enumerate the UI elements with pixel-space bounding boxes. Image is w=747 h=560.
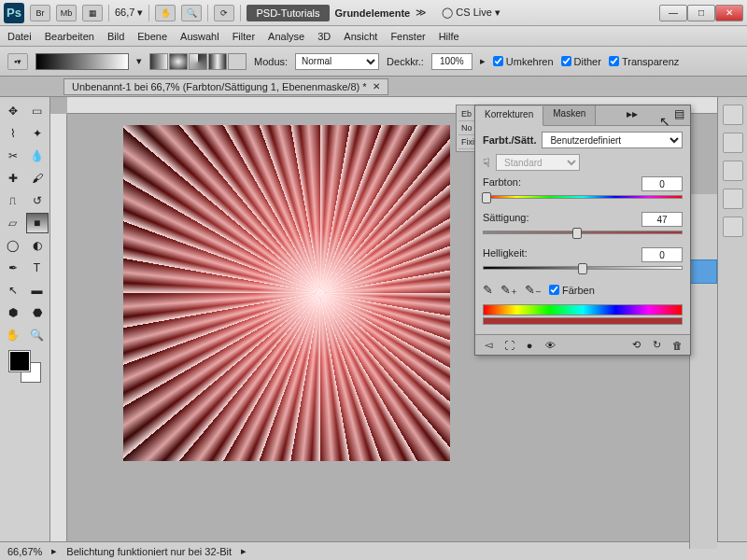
tab-masken[interactable]: Masken	[543, 105, 596, 125]
deckkr-input[interactable]	[431, 53, 472, 70]
arrange-button[interactable]: ▦	[82, 5, 103, 21]
close-document-icon[interactable]: ✕	[373, 81, 380, 91]
brush-tool[interactable]: 🖌	[26, 168, 49, 189]
hand-tool[interactable]: ✋	[2, 325, 24, 345]
eyedropper-subtract-icon[interactable]: ✎₋	[525, 283, 542, 297]
eyedropper-add-icon[interactable]: ✎₊	[500, 283, 517, 297]
ruler-vertical[interactable]	[50, 114, 67, 541]
menu-hilfe[interactable]: Hilfe	[439, 31, 459, 42]
photoshop-logo: Ps	[4, 3, 24, 23]
workspace-grundelemente[interactable]: Grundelemente	[335, 7, 411, 19]
range-select[interactable]: Standard	[496, 154, 580, 171]
foreground-color-swatch[interactable]	[9, 351, 30, 371]
type-tool[interactable]: T	[26, 258, 49, 278]
gradient-tool[interactable]: ■	[26, 213, 49, 233]
reset-icon[interactable]: ↻	[649, 339, 664, 352]
selected-layer-indicator[interactable]	[690, 259, 717, 284]
pen-tool[interactable]: ✒	[2, 258, 24, 278]
hand-button[interactable]: ✋	[155, 5, 176, 21]
delete-icon[interactable]: 🗑	[669, 339, 684, 352]
menu-ebene[interactable]: Ebene	[137, 31, 167, 42]
panel-expand-icon[interactable]: ▸▸	[621, 105, 643, 125]
clip-icon[interactable]: ●	[522, 339, 537, 352]
dock-layers-icon[interactable]	[723, 105, 743, 125]
color-swatches[interactable]	[9, 351, 41, 383]
zoom-tool[interactable]: 🔍	[26, 325, 49, 345]
rotate-button[interactable]: ⟳	[214, 5, 234, 21]
minimize-button[interactable]: —	[659, 5, 687, 21]
blur-tool[interactable]: ◯	[2, 235, 24, 256]
right-dock	[717, 97, 747, 541]
back-icon[interactable]: ◅	[481, 339, 496, 352]
preset-select[interactable]: Benutzerdefiniert	[542, 132, 683, 148]
eyedropper-icon[interactable]: ✎	[483, 283, 493, 297]
linear-gradient-button[interactable]	[149, 53, 168, 70]
shape-tool[interactable]: ▬	[26, 280, 49, 301]
visibility-icon[interactable]: 👁	[543, 339, 557, 352]
tab-korrekturen[interactable]: Korrekturen	[475, 106, 543, 126]
minibridge-button[interactable]: Mb	[56, 5, 77, 21]
reflected-gradient-button[interactable]	[208, 53, 227, 70]
lightness-slider[interactable]	[483, 264, 683, 273]
menu-filter[interactable]: Filter	[233, 31, 255, 42]
modus-label: Modus:	[254, 56, 288, 67]
gradient-picker[interactable]	[35, 53, 129, 70]
transparenz-checkbox[interactable]: Transparenz	[609, 56, 679, 67]
menu-bearbeiten[interactable]: Bearbeiten	[45, 31, 94, 42]
saturation-slider[interactable]	[483, 229, 683, 238]
saturation-input[interactable]	[641, 212, 683, 227]
hue-input[interactable]	[641, 176, 683, 191]
crop-tool[interactable]: ✂	[2, 146, 24, 166]
lasso-tool[interactable]: ⌇	[2, 123, 24, 144]
canvas[interactable]	[123, 125, 450, 461]
dither-checkbox[interactable]: Dither	[561, 56, 601, 67]
menu-ansicht[interactable]: Ansicht	[344, 31, 377, 42]
previous-state-icon[interactable]: ⟲	[628, 339, 643, 352]
dodge-tool[interactable]: ◐	[26, 235, 49, 256]
move-tool[interactable]: ✥	[2, 101, 24, 121]
expand-icon[interactable]: ⛶	[501, 339, 516, 352]
menu-bild[interactable]: Bild	[107, 31, 124, 42]
workspace-more[interactable]: ≫	[416, 7, 427, 19]
dock-paths-icon[interactable]	[723, 161, 743, 181]
eraser-tool[interactable]: ▱	[2, 213, 24, 233]
panel-menu-icon[interactable]: ▤	[669, 105, 690, 125]
menu-auswahl[interactable]: Auswahl	[180, 31, 219, 42]
zoom-display[interactable]: 66,7 ▾	[115, 7, 143, 19]
marquee-tool[interactable]: ▭	[26, 101, 49, 121]
angle-gradient-button[interactable]	[189, 53, 207, 70]
3d-tool[interactable]: ⬢	[2, 302, 24, 323]
status-zoom[interactable]: 66,67%	[7, 546, 42, 557]
diamond-gradient-button[interactable]	[228, 53, 247, 70]
3d-camera-tool[interactable]: ⬣	[26, 302, 49, 323]
lightness-input[interactable]	[641, 247, 683, 262]
colorize-checkbox[interactable]: Färben	[549, 285, 595, 296]
dock-history-icon[interactable]	[723, 189, 743, 209]
close-button[interactable]: ✕	[715, 5, 743, 21]
zoom-button[interactable]: 🔍	[181, 5, 202, 21]
dock-actions-icon[interactable]	[723, 217, 743, 237]
spectrum-bar-top	[483, 304, 683, 315]
menu-analyse[interactable]: Analyse	[268, 31, 304, 42]
stamp-tool[interactable]: ⎍	[2, 190, 24, 211]
path-tool[interactable]: ↖	[2, 280, 24, 301]
tool-preset-picker[interactable]: ▪▾	[7, 53, 28, 70]
heal-tool[interactable]: ✚	[2, 168, 24, 189]
radial-gradient-button[interactable]	[169, 53, 188, 70]
dock-channels-icon[interactable]	[723, 133, 743, 153]
hue-slider[interactable]	[483, 193, 683, 203]
menu-fenster[interactable]: Fenster	[390, 31, 425, 42]
bridge-button[interactable]: Br	[30, 5, 50, 21]
maximize-button[interactable]: □	[687, 5, 715, 21]
scrubby-hand-icon[interactable]: ☟	[483, 156, 490, 170]
history-brush-tool[interactable]: ↺	[26, 190, 49, 211]
gradient-dropdown[interactable]: ▾	[136, 55, 142, 67]
wand-tool[interactable]: ✦	[26, 123, 49, 144]
eyedropper-tool[interactable]: 💧	[26, 146, 49, 166]
workspace-psd-tutorials[interactable]: PSD-Tutorials	[247, 5, 329, 21]
menu-datei[interactable]: Datei	[7, 31, 32, 42]
menu-3d[interactable]: 3D	[317, 31, 331, 42]
umkehren-checkbox[interactable]: Umkehren	[493, 56, 554, 67]
document-tab[interactable]: Unbenannt-1 bei 66,7% (Farbton/Sättigung…	[63, 78, 388, 95]
modus-select[interactable]: Normal	[295, 53, 379, 70]
